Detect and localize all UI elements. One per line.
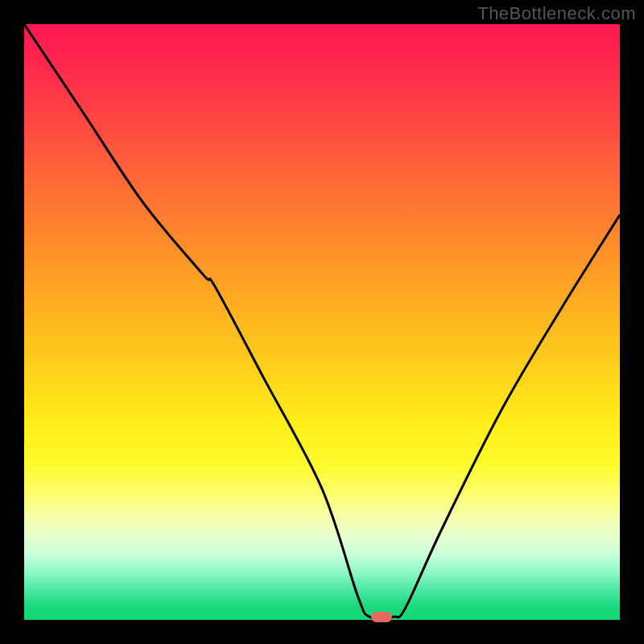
- optimal-marker: [371, 612, 392, 622]
- watermark-text: TheBottleneck.com: [477, 3, 636, 24]
- bottleneck-curve: [24, 24, 620, 620]
- plot-area: [24, 24, 620, 620]
- curve-path: [24, 24, 620, 619]
- chart-frame: TheBottleneck.com: [0, 0, 644, 644]
